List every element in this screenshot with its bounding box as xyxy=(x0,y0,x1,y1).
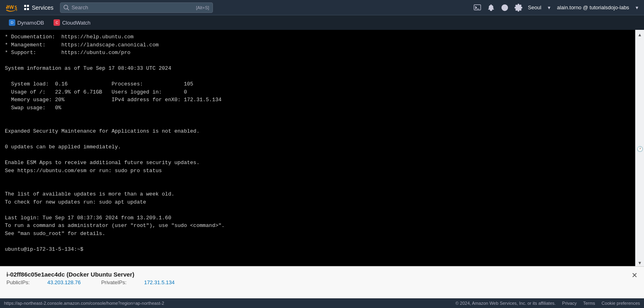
status-bar-url: https://ap-northeast-2.console.amazon.co… xyxy=(4,301,164,306)
scroll-up-icon[interactable]: ▲ xyxy=(637,31,643,38)
private-ip-value: 172.31.5.134 xyxy=(144,279,175,285)
terminal-line: See "man sudo_root" for details. xyxy=(5,230,630,238)
copyright-text: © 2024, Amazon Web Services, Inc. or its… xyxy=(455,301,555,306)
tab-dynamodb[interactable]: D DynamoDB xyxy=(5,18,48,27)
instance-info-bar: i-02ff86c05e1aec4dc (Docker Ubuntu Serve… xyxy=(0,266,644,298)
terminal-line: Swap usage: 0% xyxy=(5,104,630,112)
user-chevron[interactable]: ▼ xyxy=(635,5,639,10)
terminal-line: See https://ubuntu.com/esm or run: sudo … xyxy=(5,167,630,175)
user-menu[interactable]: alain.torno @ tutorialsdojo-labs xyxy=(557,4,629,10)
terminal-line: ubuntu@ip-172-31-5-134:~$ xyxy=(5,246,630,254)
terminal-line: Enable ESM Apps to receive additional fu… xyxy=(5,159,630,167)
terminal-icon[interactable] xyxy=(473,4,481,12)
privacy-link[interactable]: Privacy xyxy=(562,301,577,306)
close-instance-bar-button[interactable]: ✕ xyxy=(632,272,638,279)
tab-cloudwatch[interactable]: C CloudWatch xyxy=(50,18,94,27)
private-ip-label: PrivateIPs: xyxy=(101,279,126,285)
top-navigation: Services [Alt+S] Seoul ▼ alain.torno @ t… xyxy=(0,0,644,15)
search-icon xyxy=(64,5,69,10)
tab-dynamodb-label: DynamoDB xyxy=(17,20,44,26)
scroll-down-icon[interactable]: ▼ xyxy=(637,260,643,266)
right-sidebar: ▲ 🕐 ▼ xyxy=(635,30,644,266)
terminal-line: * Documentation: https://help.ubuntu.com xyxy=(5,33,630,41)
cookie-preferences-link[interactable]: Cookie preferences xyxy=(602,301,640,306)
cloudwatch-icon: C xyxy=(54,19,60,26)
secondary-navigation: D DynamoDB C CloudWatch xyxy=(0,15,644,30)
terminal-line: To run a command as administrator (user … xyxy=(5,222,630,230)
terminal-line xyxy=(5,237,630,246)
terminal-line: * Support: https://ubuntu.com/pro xyxy=(5,49,630,57)
terminal-line: Usage of /: 22.9% of 6.71GB Users logged… xyxy=(5,88,630,96)
footer-right: © 2024, Amazon Web Services, Inc. or its… xyxy=(455,301,640,306)
terminal-line xyxy=(5,151,630,159)
region-selector[interactable]: Seoul xyxy=(528,4,541,10)
tab-cloudwatch-label: CloudWatch xyxy=(62,20,90,26)
terminal-line: 0 updates can be applied immediately. xyxy=(5,143,630,151)
terminal-line: * Management: https://landscape.canonica… xyxy=(5,41,630,49)
terminal-container: * Documentation: https://help.ubuntu.com… xyxy=(0,30,635,266)
terminal-line xyxy=(5,112,630,120)
terminal-line: Memory usage: 20% IPv4 address for enX0:… xyxy=(5,96,630,104)
grid-icon xyxy=(24,5,30,10)
instance-ips: PublicIPs: 43.203.128.76 PrivateIPs: 172… xyxy=(6,279,175,285)
bottom-status-bar: https://ap-northeast-2.console.amazon.co… xyxy=(0,298,644,308)
terminal-line: Expanded Security Maintenance for Applic… xyxy=(5,127,630,135)
dynamodb-icon: D xyxy=(9,19,15,26)
instance-title: i-02ff86c05e1aec4dc (Docker Ubuntu Serve… xyxy=(6,271,175,278)
search-input[interactable] xyxy=(72,4,194,10)
terminal-line xyxy=(5,183,630,191)
services-menu-button[interactable]: Services xyxy=(21,3,57,12)
terminal-line: The list of available updates is more th… xyxy=(5,190,630,198)
instance-info: i-02ff86c05e1aec4dc (Docker Ubuntu Serve… xyxy=(6,271,175,285)
services-label: Services xyxy=(32,4,54,11)
terminal-line: Last login: Tue Sep 17 08:37:36 2024 fro… xyxy=(5,214,630,222)
terminal-line xyxy=(5,57,630,65)
terminal-body[interactable]: * Documentation: https://help.ubuntu.com… xyxy=(0,30,635,266)
search-shortcut-hint: [Alt+S] xyxy=(196,5,209,10)
main-area: * Documentation: https://help.ubuntu.com… xyxy=(0,30,644,266)
terminal-line xyxy=(5,206,630,214)
terms-link[interactable]: Terms xyxy=(583,301,595,306)
clock-icon[interactable]: 🕐 xyxy=(637,146,643,152)
public-ip-label: PublicIPs: xyxy=(6,279,30,285)
help-icon[interactable] xyxy=(501,4,509,12)
terminal-line: System information as of Tue Sep 17 08:4… xyxy=(5,65,630,73)
terminal-line xyxy=(5,135,630,144)
search-bar[interactable]: [Alt+S] xyxy=(60,2,213,13)
region-chevron[interactable]: ▼ xyxy=(547,5,551,10)
terminal-line xyxy=(5,175,630,183)
terminal-line xyxy=(5,120,630,128)
terminal-line: System load: 0.16 Processes: 105 xyxy=(5,80,630,88)
terminal-line: To check for new updates run: sudo apt u… xyxy=(5,198,630,206)
bell-icon[interactable] xyxy=(487,4,495,12)
settings-icon[interactable] xyxy=(514,4,522,12)
nav-right-controls: Seoul ▼ alain.torno @ tutorialsdojo-labs… xyxy=(473,4,639,12)
public-ip-value: 43.203.128.76 xyxy=(47,279,80,285)
aws-logo[interactable] xyxy=(5,3,18,12)
terminal-line xyxy=(5,73,630,81)
